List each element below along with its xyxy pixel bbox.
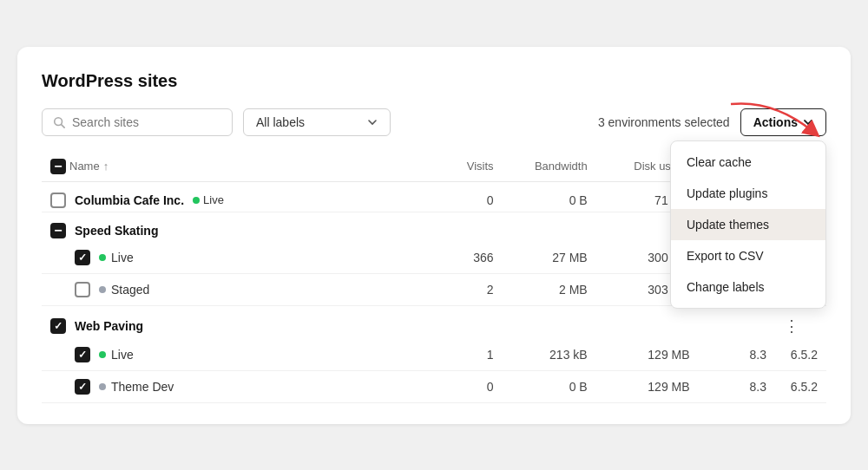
actions-dropdown-menu: Clear cache Update plugins Update themes… bbox=[670, 140, 826, 309]
status-dot-staged bbox=[99, 286, 106, 293]
site-checkbox-columbia[interactable] bbox=[50, 193, 66, 208]
dropdown-item-clear-cache[interactable]: Clear cache bbox=[671, 147, 825, 178]
search-box[interactable] bbox=[42, 108, 233, 136]
search-input[interactable] bbox=[72, 115, 221, 129]
chevron-down-icon bbox=[803, 117, 813, 127]
actions-button[interactable]: Actions bbox=[740, 108, 826, 136]
actions-label: Actions bbox=[753, 115, 798, 129]
labels-value: All labels bbox=[256, 115, 305, 129]
env-checkbox-speed-live[interactable]: ✓ bbox=[75, 250, 90, 265]
th-visits: Visits bbox=[425, 152, 502, 182]
dropdown-item-update-themes[interactable]: Update themes bbox=[671, 209, 825, 240]
site-checkbox-web-paving[interactable]: ✓ bbox=[50, 318, 66, 334]
dropdown-item-change-labels[interactable]: Change labels bbox=[671, 271, 825, 303]
status-dot-live bbox=[99, 254, 106, 261]
table-row: ✓ Web Paving ⋮ bbox=[42, 305, 826, 339]
row-actions-button[interactable]: ⋮ bbox=[784, 317, 799, 335]
status-dot-staged bbox=[99, 383, 106, 390]
labels-dropdown[interactable]: All labels bbox=[243, 108, 391, 136]
table-row: ✓ Theme Dev 0 0 B 129 MB 8.3 6.5.2 bbox=[42, 370, 826, 402]
env-checkbox-speed-staged[interactable] bbox=[75, 282, 90, 297]
status-dot-live bbox=[193, 197, 200, 204]
toolbar: All labels 3 environments selected Actio… bbox=[42, 108, 826, 136]
table-row: ✓ Live 1 213 kB 129 MB 8.3 6.5.2 bbox=[42, 339, 826, 371]
search-icon bbox=[53, 116, 65, 128]
th-name: − Name ↑ bbox=[42, 152, 425, 182]
select-all-checkbox[interactable]: − bbox=[50, 159, 66, 174]
dropdown-item-update-plugins[interactable]: Update plugins bbox=[671, 178, 825, 209]
environments-selected-label: 3 environments selected bbox=[598, 115, 730, 129]
main-card: WordPress sites All labels 3 environment… bbox=[17, 47, 851, 424]
th-bandwidth: Bandwidth bbox=[503, 152, 596, 182]
env-checkbox-web-themedev[interactable]: ✓ bbox=[75, 379, 90, 395]
page-title: WordPress sites bbox=[42, 71, 826, 91]
svg-line-1 bbox=[62, 124, 65, 127]
dropdown-item-export-csv[interactable]: Export to CSV bbox=[671, 240, 825, 271]
site-checkbox-speed-skating[interactable]: − bbox=[50, 223, 66, 238]
status-dot-live bbox=[99, 351, 106, 358]
env-checkbox-web-live[interactable]: ✓ bbox=[75, 347, 90, 362]
chevron-down-icon bbox=[367, 117, 378, 127]
